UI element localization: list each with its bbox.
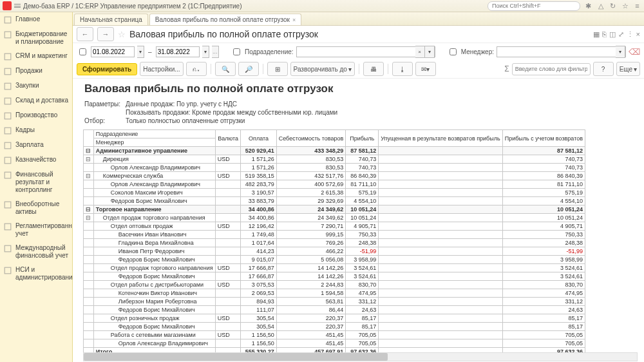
table-row[interactable]: Отдел продаж торгового направленияUSD17 … — [84, 264, 585, 272]
svg-rect-10 — [5, 172, 11, 178]
tab-report[interactable]: Валовая прибыль по полной оплате отгрузо… — [149, 14, 301, 25]
table-row[interactable]: Гладкина Вера Михайловна1 017,64769,2624… — [84, 239, 585, 247]
chevron-down-icon[interactable]: ▾ — [425, 46, 435, 58]
help-button[interactable]: ? — [593, 62, 614, 76]
sidebar-item-sales[interactable]: Продажи — [0, 64, 72, 79]
table-row[interactable]: Федоров Борис Михайлович9 015,075 056,08… — [84, 256, 585, 264]
table-row[interactable]: Котеночкин Виктор Иванович2 069,531 594,… — [84, 289, 585, 298]
module-icon — [4, 97, 12, 105]
sidebar-item-hr[interactable]: Кадры — [0, 123, 72, 138]
table-row[interactable]: ⊟ДирекцияUSD1 571,26830,53740,73740,73 — [84, 155, 585, 164]
date-to-dd-icon[interactable]: ▾ — [202, 46, 209, 58]
print-button[interactable]: 🖶 — [363, 62, 384, 76]
otbor-0: Только полностью оплаченные отгрузки — [126, 117, 341, 124]
sidebar-item-reg[interactable]: Регламентированный учет — [0, 219, 72, 241]
sidebar-item-prod[interactable]: Производство — [0, 108, 72, 123]
table-row[interactable]: Отдел розничных продажUSD305,54220,3785,… — [84, 314, 585, 323]
h-scrollbar[interactable] — [83, 352, 638, 361]
table-row[interactable]: Работа с сетевыми магазинамиUSD1 156,504… — [84, 331, 585, 339]
sidebar-item-main[interactable]: Главное — [0, 12, 72, 27]
sidebar-item-crm[interactable]: CRM и маркетинг — [0, 49, 72, 64]
table-row[interactable]: Васечкин Иван Иванович1 749,48999,15750,… — [84, 231, 585, 239]
star-icon[interactable]: ☆ — [621, 2, 629, 10]
table-row[interactable]: Федоров Борис Михайлович305,54220,3785,1… — [84, 323, 585, 331]
table-row[interactable]: ⊟Отдел продаж торгового направления34 40… — [84, 214, 585, 222]
org-combo[interactable]: ×▾ — [296, 46, 435, 57]
org-clear-icon[interactable]: × — [415, 46, 425, 58]
table-row[interactable]: Отдел работы с дистрибьюторамиUSD3 075,5… — [84, 281, 585, 289]
sidebar-item-intl[interactable]: Международный финансовый учет — [0, 241, 72, 263]
bell-icon[interactable]: △ — [596, 2, 605, 10]
variants-button[interactable]: ⎌▾ — [186, 62, 207, 76]
history-icon[interactable]: ↻ — [609, 2, 617, 10]
table-row[interactable]: Отдел оптовых продажUSD12 196,427 290,71… — [84, 222, 585, 231]
sidebar-item-salary[interactable]: Зарплата — [0, 138, 72, 153]
global-search-input[interactable] — [488, 1, 580, 11]
nav-back-button[interactable]: ← — [77, 27, 93, 41]
date-from-input[interactable] — [91, 46, 135, 57]
print-preview-icon[interactable]: ▦ — [593, 30, 600, 39]
mgr-combo[interactable]: ▾ — [497, 46, 626, 57]
sidebar: ГлавноеБюджетирование и планированиеCRM … — [0, 12, 73, 362]
table-row[interactable]: Орлов Александр Владимирович1 571,26830,… — [84, 164, 585, 172]
report-toolbar: Сформировать Настройки... ⎌▾ 🔍 🔎 ⊞ Разво… — [73, 60, 644, 79]
table-row[interactable]: Орлов Александр Владимирович482 283,7940… — [84, 180, 585, 189]
table-row[interactable]: Иванов Петр Федорович414,23466,22-51,99-… — [84, 247, 585, 256]
close-icon[interactable]: × — [292, 17, 296, 23]
sidebar-item-nsi[interactable]: НСИ и администрирование — [0, 263, 72, 285]
nav-fwd-button[interactable]: → — [97, 27, 114, 41]
table-row[interactable]: Федоров Борис Михайлович33 883,7929 329,… — [84, 197, 585, 205]
expand-to-button[interactable]: Разворачивать до ▾ — [290, 62, 355, 76]
quick-filter-input[interactable] — [512, 63, 591, 75]
scrollbar-thumb[interactable] — [84, 353, 388, 361]
close-page-icon[interactable]: × — [636, 30, 640, 39]
sidebar-item-assets[interactable]: Внеоборотные активы — [0, 197, 72, 219]
date-from-dd-icon[interactable]: ▾ — [137, 46, 144, 58]
menu-dots-icon[interactable]: ⋮ — [627, 30, 634, 39]
table-row[interactable]: ⊟Коммерческая службаUSD519 358,15432 517… — [84, 172, 585, 180]
sparkle-icon[interactable]: ✱ — [584, 2, 592, 10]
sidebar-item-treasury[interactable]: Казначейство — [0, 153, 72, 167]
save-button[interactable]: ⭳ — [392, 62, 413, 76]
sigma-icon[interactable]: Σ — [504, 64, 509, 73]
module-icon — [4, 53, 12, 61]
sidebar-item-purch[interactable]: Закупки — [0, 79, 72, 93]
clear-filters-icon[interactable]: ⌫ — [629, 47, 640, 57]
mgr-checkbox[interactable] — [450, 48, 457, 55]
favorite-icon[interactable]: ☆ — [118, 30, 126, 39]
settings-button[interactable]: Настройки... — [140, 62, 183, 76]
table-row[interactable]: ⊟Административное управление520 929,4143… — [84, 147, 585, 155]
chart-icon[interactable]: ◫ — [609, 30, 616, 39]
tree-button[interactable]: ⊞ — [267, 62, 288, 76]
burger-icon[interactable] — [14, 4, 21, 8]
tab-bar: Начальная страница Валовая прибыль по по… — [73, 12, 644, 26]
more-button[interactable]: Еще ▾ — [616, 62, 640, 76]
filters: ▾ – ▾ … Подразделение: ×▾ Менеджер: ▾ ⌫ — [73, 43, 644, 60]
mail-button[interactable]: ✉▾ — [415, 62, 436, 76]
org-checkbox[interactable] — [233, 48, 240, 55]
find-button[interactable]: 🔍 — [215, 62, 236, 76]
link-icon[interactable]: ⎘ — [602, 30, 607, 39]
find2-button[interactable]: 🔎 — [238, 62, 259, 76]
sidebar-item-label: Кадры — [15, 126, 35, 134]
tab-home[interactable]: Начальная страница — [74, 14, 148, 25]
module-icon — [4, 68, 12, 75]
expand-icon[interactable]: ⤢ — [618, 30, 624, 39]
table-row[interactable]: ⊟Торговое направление34 400,8624 349,621… — [84, 205, 585, 214]
sidebar-item-fin[interactable]: Финансовый результат и контроллинг — [0, 167, 72, 197]
sidebar-item-budget[interactable]: Бюджетирование и планирование — [0, 27, 72, 49]
table-row[interactable]: Соколов Максим Игоревич3 190,572 615,385… — [84, 189, 585, 197]
run-button[interactable]: Сформировать — [77, 63, 137, 75]
table-row[interactable]: Федоров Борис Михайлович111,0786,4424,63… — [84, 306, 585, 314]
date-to-input[interactable] — [156, 46, 200, 57]
sidebar-item-wh[interactable]: Склад и доставка — [0, 93, 72, 108]
period-ellipsis-button[interactable]: … — [212, 46, 219, 58]
module-icon — [4, 127, 12, 135]
table-row[interactable]: Орлов Александр Владимирович1 156,50451,… — [84, 339, 585, 348]
report-grid[interactable]: ПодразделениеВалютаОплатаСебестоимость т… — [83, 129, 585, 356]
chevron-down-icon[interactable]: ▾ — [616, 46, 625, 58]
table-row[interactable]: Либерзон Мария Робертовна894,93563,81331… — [84, 298, 585, 306]
table-row[interactable]: Федоров Борис Михайлович17 666,8714 142,… — [84, 272, 585, 281]
period-checkbox[interactable] — [79, 48, 86, 55]
menu-icon[interactable]: ≡ — [633, 2, 641, 10]
